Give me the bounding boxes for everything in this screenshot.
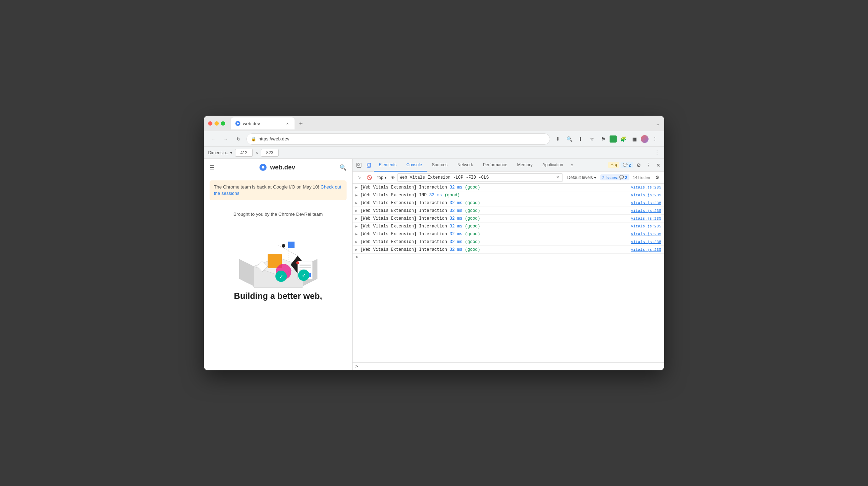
star-button[interactable]: ☆ (587, 134, 597, 144)
log-entry[interactable]: ▶[Web Vitals Extension] INP 32 ms (good)… (353, 191, 664, 199)
log-source[interactable]: vitals.js:235 (631, 240, 661, 244)
log-entry[interactable]: ▶[Web Vitals Extension] Interaction 32 m… (353, 238, 664, 246)
forward-button[interactable]: → (221, 134, 231, 144)
refresh-button[interactable]: ↻ (234, 134, 244, 144)
hamburger-menu-icon[interactable]: ☰ (210, 164, 215, 171)
log-expand-arrow[interactable]: ▶ (355, 240, 360, 244)
dimension-more-button[interactable]: ⋮ (654, 149, 660, 156)
tab-elements[interactable]: Elements (374, 159, 401, 172)
svg-rect-12 (299, 265, 311, 266)
eye-button[interactable]: 👁 (391, 175, 395, 180)
webpage-header: ☰ web.dev 🔍 (204, 159, 352, 176)
log-source[interactable]: vitals.js:235 (631, 201, 661, 205)
svg-point-28 (369, 166, 369, 167)
console-settings-button[interactable]: ⚙ (653, 174, 661, 181)
issues-badge[interactable]: 💬 2 (621, 162, 633, 168)
log-expand-arrow[interactable]: ▶ (355, 193, 360, 197)
tab-console[interactable]: Console (401, 159, 427, 172)
console-chevron-icon: > (355, 255, 358, 260)
building-title: Building a better web, (204, 291, 352, 305)
announcement-text: The Chrome team is back at Google I/O on… (214, 184, 320, 190)
active-tab[interactable]: web.dev × (231, 117, 295, 129)
tab-memory[interactable]: Memory (512, 159, 537, 172)
address-bar[interactable]: 🔒 https://web.dev (246, 133, 550, 145)
site-logo-text: web.dev (270, 164, 295, 171)
console-clear-button[interactable]: 🚫 (365, 174, 373, 181)
log-expand-arrow[interactable]: ▶ (355, 201, 360, 205)
log-source[interactable]: vitals.js:235 (631, 232, 661, 236)
filter-clear-button[interactable]: ✕ (555, 175, 560, 180)
tab-network[interactable]: Network (452, 159, 478, 172)
log-entry[interactable]: ▶[Web Vitals Extension] Interaction 32 m… (353, 222, 664, 230)
console-play-button[interactable]: ▷ (355, 174, 363, 181)
main-content: ☰ web.dev 🔍 The Chrome team is back at G… (204, 159, 664, 370)
log-source[interactable]: vitals.js:235 (631, 248, 661, 252)
chrome-menu-button[interactable]: ⋮ (650, 134, 660, 144)
default-levels-button[interactable]: Default levels ▾ (565, 174, 598, 181)
tab-application[interactable]: Application (537, 159, 568, 172)
log-expand-arrow[interactable]: ▶ (355, 224, 360, 228)
tab-close-button[interactable]: × (285, 121, 290, 126)
context-chevron-icon: ▾ (384, 175, 387, 180)
download-button[interactable]: ⬇ (553, 134, 563, 144)
share-button[interactable]: ⬆ (576, 134, 586, 144)
width-input[interactable] (235, 149, 253, 157)
log-entry[interactable]: ▶[Web Vitals Extension] Interaction 32 m… (353, 199, 664, 207)
device-toolbar-button[interactable] (364, 160, 374, 170)
flag-button[interactable]: ⚑ (598, 134, 608, 144)
console-toolbar: ▷ 🚫 top ▾ 👁 ✕ Default levels ▾ 2 Issues: (353, 172, 664, 184)
site-logo: web.dev (259, 163, 295, 172)
log-entry[interactable]: ▶[Web Vitals Extension] Interaction 32 m… (353, 246, 664, 254)
device-selector[interactable]: Dimensio... ▾ (208, 150, 232, 155)
log-expand-arrow[interactable]: ▶ (355, 209, 360, 213)
log-entry[interactable]: ▶[Web Vitals Extension] Interaction 32 m… (353, 230, 664, 238)
log-source[interactable]: vitals.js:235 (631, 209, 661, 213)
tab-bar: web.dev × + (231, 117, 653, 129)
tab-sources[interactable]: Sources (427, 159, 452, 172)
log-expand-arrow[interactable]: ▶ (355, 216, 360, 221)
filter-input[interactable] (400, 175, 555, 180)
log-expand-arrow[interactable]: ▶ (355, 185, 360, 190)
window-controls-chevron-icon[interactable]: ⌄ (656, 121, 660, 126)
back-button[interactable]: ← (208, 134, 218, 144)
log-entry[interactable]: ▶[Web Vitals Extension] Interaction 32 m… (353, 184, 664, 191)
log-source[interactable]: vitals.js:235 (631, 224, 661, 228)
log-source[interactable]: vitals.js:235 (631, 216, 661, 221)
devtools-more-button[interactable]: ⋮ (644, 161, 653, 169)
warnings-badge[interactable]: ⚠ 4 (608, 162, 619, 168)
more-tabs-button[interactable]: » (568, 161, 576, 169)
log-entry[interactable]: ▶[Web Vitals Extension] Interaction 32 m… (353, 207, 664, 215)
console-input[interactable] (360, 364, 661, 369)
log-text: [Web Vitals Extension] Interaction 32 ms… (360, 232, 631, 237)
green-extension-icon[interactable] (610, 135, 617, 143)
browser-window: web.dev × + ⌄ ← → ↻ 🔒 https://web.dev ⬇ … (204, 116, 664, 370)
minimize-window-button[interactable] (215, 121, 219, 126)
announcement-banner: The Chrome team is back at Google I/O on… (210, 180, 347, 200)
log-entry[interactable]: ▶[Web Vitals Extension] Interaction 32 m… (353, 215, 664, 222)
close-window-button[interactable] (208, 121, 212, 126)
warning-icon: ⚠ (610, 163, 614, 167)
console-prompt-icon: > (355, 364, 358, 369)
filter-input-container[interactable]: ✕ (397, 173, 563, 182)
maximize-window-button[interactable] (221, 121, 225, 126)
issues-count-badge[interactable]: 2 Issues: 💬 2 (600, 174, 629, 180)
context-selector[interactable]: top ▾ (375, 174, 389, 181)
new-tab-button[interactable]: + (296, 118, 306, 128)
inspect-element-button[interactable] (354, 160, 364, 170)
log-text: [Web Vitals Extension] Interaction 32 ms… (360, 208, 631, 213)
log-source[interactable]: vitals.js:235 (631, 193, 661, 197)
devtools-close-button[interactable]: ✕ (654, 161, 663, 169)
console-log-area[interactable]: ▶[Web Vitals Extension] Interaction 32 m… (353, 184, 664, 362)
devtools-settings-button[interactable]: ⚙ (634, 161, 643, 169)
profile-avatar[interactable] (641, 135, 649, 143)
tab-performance[interactable]: Performance (478, 159, 512, 172)
sidebar-toggle-button[interactable]: ▣ (629, 134, 639, 144)
search-button[interactable]: 🔍 (339, 164, 347, 171)
log-expand-arrow[interactable]: ▶ (355, 248, 360, 252)
log-text: [Web Vitals Extension] Interaction 32 ms… (360, 224, 631, 229)
zoom-button[interactable]: 🔍 (564, 134, 574, 144)
log-expand-arrow[interactable]: ▶ (355, 232, 360, 236)
puzzle-button[interactable]: 🧩 (618, 134, 628, 144)
height-input[interactable] (261, 149, 279, 157)
log-source[interactable]: vitals.js:235 (631, 185, 661, 190)
